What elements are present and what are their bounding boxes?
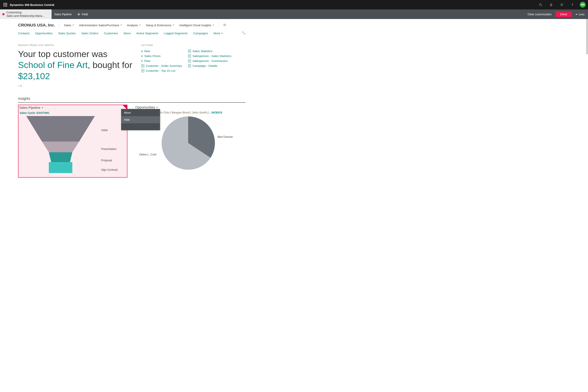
customizing-label: Customizing: [6, 11, 45, 14]
document-icon: [188, 50, 191, 53]
chevron-down-icon: [42, 108, 43, 108]
current-part-label: Sales Pipeline: [52, 10, 74, 19]
context-menu: Move Hide: [121, 109, 160, 130]
card-title-sales-pipeline[interactable]: Sales Pipeline: [19, 105, 126, 110]
action-salesperson-stats[interactable]: Salesperson - Sales Statistics: [188, 54, 234, 58]
divider: [218, 22, 218, 28]
app-top-bar: Dynamics 365 Business Central MB: [0, 0, 588, 10]
document-icon: [142, 69, 144, 72]
context-menu-move[interactable]: Move: [121, 109, 160, 116]
chevron-down-icon: [139, 25, 141, 26]
nav-tab-setup[interactable]: Setup & Extensions: [146, 24, 174, 27]
chevron-right-icon: [142, 60, 143, 62]
expand-icon[interactable]: [242, 31, 246, 35]
chevron-down-icon: [120, 25, 122, 26]
chevron-right-icon: [142, 50, 143, 52]
action-order-summary[interactable]: Customer - Order Summary: [142, 64, 187, 68]
app-launcher-icon[interactable]: [4, 3, 7, 6]
subnav-campaigns[interactable]: Campaigns: [193, 32, 208, 35]
insight-customer-name[interactable]: School of Fine Art: [18, 60, 88, 70]
subnav-customers[interactable]: Customers: [104, 32, 118, 35]
context-menu-spacer: [121, 123, 160, 130]
nav-tab-analysis[interactable]: Analysis: [127, 24, 141, 27]
user-avatar[interactable]: MB: [580, 2, 586, 8]
chevron-down-icon: [173, 25, 174, 26]
clear-customization-link[interactable]: Clear customization: [528, 13, 552, 16]
nav-tab-sales[interactable]: Sales: [64, 24, 74, 27]
customizing-indicator: Customizing Sales and Relationship Mana…: [0, 10, 52, 19]
scrollbar-thumb[interactable]: [586, 19, 588, 54]
svg-point-0: [540, 4, 541, 5]
subnav-items[interactable]: Items: [124, 32, 131, 35]
subnav-active-segments[interactable]: Active Segments: [136, 32, 158, 35]
sales-cycle-label[interactable]: Sales Cycle: EXISTING: [19, 110, 126, 116]
customize-ribbon: Customizing Sales and Relationship Mana……: [0, 10, 588, 19]
action-sales-stats[interactable]: Sales Statistics: [188, 50, 234, 53]
subnav-contacts[interactable]: Contacts: [18, 32, 30, 35]
company-name: CRONUS USA, Inc.: [18, 23, 55, 28]
search-icon[interactable]: [537, 1, 544, 8]
customizing-target: Sales and Relationship Mana…: [6, 14, 45, 18]
page-scroll-area[interactable]: CRONUS USA, Inc. Sales Administration Sa…: [0, 19, 588, 392]
subnav-logged-segments[interactable]: Logged Segments: [164, 32, 188, 35]
less-toggle[interactable]: Less: [576, 13, 584, 16]
action-top10[interactable]: Customer - Top 10 List: [142, 69, 187, 72]
sales-pipeline-card[interactable]: Sales Pipeline Move Hide Sales Cycle: EX…: [18, 105, 128, 178]
done-button[interactable]: Done: [555, 11, 572, 17]
insight-pager[interactable]: [18, 85, 135, 86]
less-label: Less: [578, 13, 584, 16]
notifications-icon[interactable]: [547, 1, 555, 8]
action-sales-prices[interactable]: Sales Prices: [142, 54, 187, 58]
svg-marker-9: [49, 152, 72, 162]
add-field-label: Field: [82, 13, 88, 16]
chevron-up-icon: [576, 14, 578, 15]
nav-tab-cloud[interactable]: Intelligent Cloud Insights: [179, 24, 214, 27]
context-menu-hide[interactable]: Hide: [121, 116, 160, 123]
document-icon: [188, 64, 191, 68]
svg-marker-8: [42, 142, 79, 152]
pie-label-debra: Debra L. Core: [139, 153, 156, 156]
chevron-down-icon: [221, 33, 223, 34]
subnav-more[interactable]: More: [214, 32, 223, 35]
chevron-down-icon: [212, 25, 214, 26]
help-icon[interactable]: [568, 1, 576, 8]
svg-point-2: [561, 4, 562, 5]
svg-rect-10: [49, 162, 72, 173]
action-new[interactable]: New: [142, 50, 187, 53]
add-field-button[interactable]: Field: [74, 10, 90, 19]
insight-amount: $23,102: [18, 71, 50, 81]
document-icon: [188, 60, 191, 62]
insights-section-title: Insights: [18, 97, 246, 103]
nav-tabs: Sales Administration Sales/Purchase Anal…: [64, 24, 214, 27]
svg-marker-7: [26, 116, 95, 142]
subnav-sales-orders[interactable]: Sales Orders: [81, 32, 98, 35]
chevron-right-icon: [142, 55, 143, 57]
action-campaign-details[interactable]: Campaign - Details: [188, 64, 234, 68]
subnav: Contacts Opportunities Sales Quotes Sale…: [18, 31, 246, 35]
chevron-down-icon: [156, 107, 158, 108]
subnav-sales-quotes[interactable]: Sales Quotes: [58, 32, 76, 35]
nav-tab-admin[interactable]: Administration Sales/Purchase: [79, 24, 122, 27]
svg-line-1: [541, 5, 542, 6]
company-header-row: CRONUS USA, Inc. Sales Administration Sa…: [18, 22, 246, 28]
settings-icon[interactable]: [558, 1, 566, 8]
app-title: Dynamics 365 Business Central: [10, 3, 54, 6]
insight-label: INSIGHT FROM LAST MONTH: [18, 44, 135, 47]
record-dot-icon: [2, 13, 4, 15]
document-icon: [188, 54, 191, 58]
pager-dot[interactable]: [18, 85, 19, 86]
pager-dot-active[interactable]: [20, 85, 22, 86]
plus-icon: [77, 13, 80, 16]
action-flow[interactable]: Flow: [142, 59, 187, 62]
svg-point-3: [572, 6, 572, 6]
document-icon: [142, 64, 144, 68]
insight-headline: Your top customer was School of Fine Art…: [18, 48, 135, 82]
action-commission[interactable]: Salesperson - Commission: [188, 59, 234, 62]
hamburger-icon[interactable]: [223, 23, 226, 27]
subnav-opportunities[interactable]: Opportunities: [35, 32, 52, 35]
pie-label-bart: Bart Duncan: [218, 135, 233, 138]
chevron-down-icon: [72, 25, 74, 26]
actions-label: ACTIONS: [142, 44, 246, 47]
funnel-chart: Initial Presentation Proposal Sign Contr…: [19, 116, 126, 176]
